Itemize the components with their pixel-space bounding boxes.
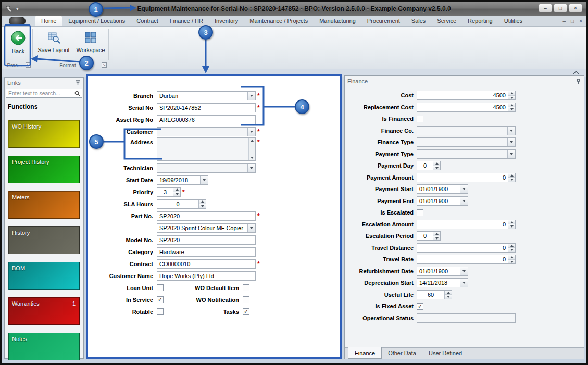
tab-home[interactable]: Home [35, 16, 62, 26]
link-item-notes[interactable]: Notes [8, 333, 80, 360]
tab-user-defined[interactable]: User Defined [422, 348, 468, 359]
checkbox-rotable[interactable] [157, 308, 164, 315]
pin-icon[interactable] [75, 80, 81, 86]
dropdown-icon[interactable] [507, 150, 515, 158]
payment-start-control[interactable]: 01/01/1900 [417, 184, 468, 194]
mdi-restore-icon[interactable]: □ [571, 18, 574, 24]
calendar-dropdown-icon[interactable] [460, 279, 468, 287]
priority-control[interactable]: 3 [157, 187, 181, 197]
link-item-history[interactable]: History [8, 226, 80, 254]
link-item-project-history[interactable]: Project History [8, 156, 80, 183]
spinner-icons[interactable] [444, 291, 452, 299]
operational-status-control[interactable] [417, 313, 516, 323]
tab-manufacturing[interactable]: Manufacturing [314, 16, 361, 26]
cost-control[interactable]: 4500 [417, 91, 516, 100]
asset-reg-no-control[interactable]: AREG000376 [157, 115, 256, 124]
spinner-icons[interactable] [508, 244, 515, 252]
part-no-control[interactable]: SP2020 [157, 211, 256, 221]
checkbox-wo-default-item[interactable] [243, 284, 249, 291]
dropdown-icon[interactable] [247, 128, 255, 136]
memo-scroll-icons[interactable] [248, 138, 255, 160]
tab-reporting[interactable]: Reporting [462, 16, 498, 26]
link-item-warranties[interactable]: Warranties1 [8, 297, 80, 325]
minimize-button[interactable]: – [539, 4, 552, 12]
start-date-control[interactable]: 19/09/2018 [157, 175, 208, 185]
spinner-icons[interactable] [198, 200, 206, 208]
customer-control[interactable] [157, 127, 256, 136]
checkbox-is-escalated[interactable] [417, 209, 423, 216]
search-input[interactable] [6, 89, 82, 98]
checkbox-loan-unit[interactable] [157, 284, 164, 291]
replacement-cost-control[interactable]: 4500 [417, 103, 516, 112]
dropdown-icon[interactable] [507, 127, 515, 135]
application-menu-button[interactable] [9, 17, 26, 26]
sla-hours-control[interactable]: 0 [157, 199, 206, 209]
tab-procurement[interactable]: Procurement [361, 16, 406, 26]
refurbishment-date-control[interactable]: 01/01/1900 [417, 267, 468, 276]
workspace-button[interactable]: Workspace [74, 29, 107, 55]
tab-finance[interactable]: Finance [348, 347, 382, 359]
calendar-dropdown-icon[interactable] [460, 185, 468, 193]
travel-distance-control[interactable]: 0 [417, 243, 516, 253]
calendar-dropdown-icon[interactable] [460, 267, 468, 275]
technician-control[interactable] [157, 163, 256, 173]
dropdown-icon[interactable] [507, 138, 515, 146]
spinner-icons[interactable] [433, 232, 440, 240]
category-control[interactable]: Hardware [157, 247, 256, 257]
tab-inventory[interactable]: Inventory [209, 16, 244, 26]
useful-life-control[interactable]: 60 [417, 290, 452, 299]
tab-finance-hr[interactable]: Finance / HR [164, 16, 209, 26]
field-control[interactable]: SP2020 Sprint Colour MF Copier [157, 223, 256, 233]
tab-sales[interactable]: Sales [406, 16, 432, 26]
spinner-icons[interactable] [508, 220, 515, 229]
dialog-launcher-icon[interactable]: ↘ [102, 62, 107, 68]
link-item-meters[interactable]: Meters [8, 191, 80, 219]
depreciation-start-control[interactable]: 14/11/2018 [417, 278, 468, 287]
tab-equipment-locations[interactable]: Equipment / Locations [62, 16, 131, 26]
payment-amount-control[interactable]: 0 [417, 173, 516, 182]
calendar-dropdown-icon[interactable] [200, 176, 208, 184]
dropdown-icon[interactable] [247, 224, 255, 232]
payment-end-control[interactable]: 01/01/1900 [417, 196, 468, 206]
mdi-minimize-icon[interactable]: – [563, 18, 566, 24]
tab-other-data[interactable]: Other Data [382, 348, 422, 359]
mdi-close-icon[interactable]: × [579, 18, 582, 24]
spinner-icons[interactable] [173, 188, 180, 196]
finance-co-control[interactable] [417, 126, 516, 135]
tab-maintenance-projects[interactable]: Maintenance / Projects [244, 16, 314, 26]
dialog-launcher-icon[interactable]: ↘ [26, 62, 31, 68]
checkbox-in-service[interactable]: ✓ [157, 296, 164, 303]
checkbox-is-fixed-asset[interactable]: ✓ [417, 303, 423, 310]
close-button[interactable]: × [569, 4, 582, 12]
link-item-bom[interactable]: BOM [8, 262, 80, 290]
spinner-icons[interactable] [508, 173, 515, 182]
tab-utilities[interactable]: Utilities [498, 16, 528, 26]
tab-service[interactable]: Service [431, 16, 462, 26]
calendar-dropdown-icon[interactable] [460, 197, 468, 205]
escalation-period-control[interactable]: 0 [417, 231, 441, 241]
dropdown-icon[interactable] [247, 92, 255, 100]
maximize-button[interactable]: □ [554, 4, 567, 12]
payment-type-control[interactable] [417, 149, 516, 159]
customer-name-control[interactable]: Hope Works (Pty) Ltd [157, 271, 256, 281]
dropdown-icon[interactable] [247, 164, 255, 172]
model-no-control[interactable]: SP2020 [157, 235, 256, 245]
escalation-amount-control[interactable]: 0 [417, 220, 516, 229]
back-button[interactable]: Back [6, 29, 30, 56]
collapse-ribbon-icon[interactable] [573, 71, 579, 74]
finance-type-control[interactable] [417, 137, 516, 147]
address-control[interactable] [157, 137, 256, 161]
branch-control[interactable]: Durban [157, 91, 256, 100]
spinner-icons[interactable] [508, 91, 515, 99]
spinner-icons[interactable] [433, 161, 440, 170]
save-layout-button[interactable]: Save Layout [36, 29, 71, 55]
spinner-icons[interactable] [508, 255, 515, 263]
checkbox-is-financed[interactable] [417, 116, 423, 122]
pin-icon[interactable] [576, 78, 581, 84]
tab-contract[interactable]: Contract [131, 16, 164, 26]
spinner-icons[interactable] [508, 103, 515, 111]
travel-rate-control[interactable]: 0 [417, 255, 516, 264]
serial-no-control[interactable]: SP2020-147852 [157, 103, 256, 112]
link-item-wo-history[interactable]: WO History [8, 120, 80, 148]
contract-control[interactable]: CO0000010 [157, 259, 256, 269]
